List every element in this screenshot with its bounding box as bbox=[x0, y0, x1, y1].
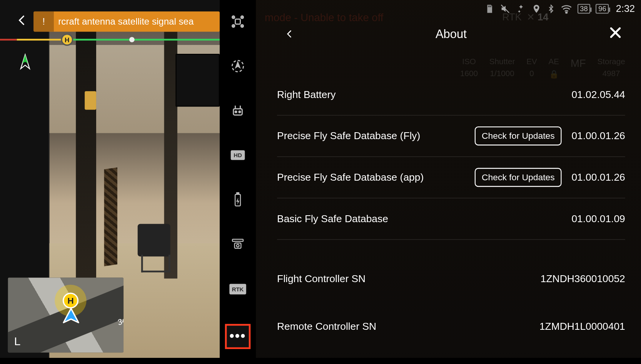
warning-banner[interactable]: ! rcraft antenna satellite signal sea bbox=[33, 12, 220, 32]
settings-sidebar: HD RTK ••• bbox=[220, 0, 256, 358]
map-corner-label: L bbox=[14, 334, 21, 348]
camera-view: ! rcraft antenna satellite signal sea H … bbox=[0, 0, 220, 358]
rtk-settings-icon[interactable]: RTK bbox=[228, 279, 248, 299]
close-button[interactable] bbox=[606, 23, 625, 42]
svg-marker-1 bbox=[22, 55, 28, 63]
svg-rect-12 bbox=[235, 19, 240, 24]
flight-mode-icon bbox=[516, 3, 526, 14]
transmission-settings-icon[interactable]: HD bbox=[228, 145, 248, 165]
about-row-flysafe-app: Precise Fly Safe Database (app) Check fo… bbox=[277, 157, 625, 198]
battery-settings-icon[interactable] bbox=[228, 190, 248, 210]
about-row-right-battery: Right Battery 01.02.05.44 bbox=[277, 74, 625, 116]
more-icon: ••• bbox=[230, 329, 246, 344]
about-row-basic-flysafe: Basic Fly Safe Database 01.00.01.09 bbox=[277, 198, 625, 240]
row-label: Precise Fly Safe Database (app) bbox=[277, 171, 474, 183]
aircraft-settings-icon[interactable] bbox=[228, 12, 248, 32]
panel-title: About bbox=[277, 27, 625, 41]
system-status-bar: 38 96 2:32 bbox=[485, 0, 641, 18]
wifi-icon bbox=[561, 4, 572, 13]
warning-message: rcraft antenna satellite signal sea bbox=[54, 16, 194, 27]
location-icon bbox=[531, 4, 541, 13]
row-label: Basic Fly Safe Database bbox=[277, 213, 571, 225]
rc-settings-icon[interactable] bbox=[228, 101, 248, 121]
row-value: 01.02.05.44 bbox=[571, 88, 625, 100]
row-value: 01.00.01.26 bbox=[571, 171, 625, 183]
svg-point-18 bbox=[235, 111, 237, 113]
mini-map[interactable]: 34th H L bbox=[8, 278, 124, 352]
about-panel: About Right Battery 01.02.05.44 Precise … bbox=[256, 22, 641, 358]
svg-point-19 bbox=[239, 111, 240, 113]
svg-point-24 bbox=[237, 244, 239, 247]
sensor-settings-icon[interactable] bbox=[228, 56, 248, 76]
gimbal-settings-icon[interactable] bbox=[228, 234, 248, 254]
row-value: 1ZMDH1L0000401 bbox=[539, 320, 625, 332]
row-label: Right Battery bbox=[277, 88, 571, 100]
general-settings-button[interactable]: ••• bbox=[225, 324, 251, 349]
row-label: Precise Fly Safe Database (Fly) bbox=[277, 130, 474, 142]
clock: 2:32 bbox=[616, 3, 635, 15]
check-updates-button[interactable]: Check for Updates bbox=[475, 126, 562, 145]
row-label: Flight Controller SN bbox=[277, 273, 541, 284]
warning-icon: ! bbox=[33, 12, 54, 32]
row-value: 01.00.01.26 bbox=[571, 130, 625, 142]
battery-distance-bar: H bbox=[0, 39, 220, 41]
about-row-rc-sn: Remote Controller SN 1ZMDH1L0000401 bbox=[277, 303, 625, 350]
svg-marker-14 bbox=[236, 62, 240, 67]
bluetooth-icon bbox=[546, 3, 555, 14]
svg-rect-23 bbox=[235, 243, 241, 248]
svg-rect-21 bbox=[237, 193, 239, 194]
battery-level-1: 38 bbox=[577, 4, 590, 13]
svg-marker-2 bbox=[63, 309, 78, 323]
row-value: 1ZNDH360010052 bbox=[541, 273, 625, 284]
attitude-indicator[interactable] bbox=[13, 52, 37, 76]
back-button[interactable] bbox=[13, 12, 31, 29]
home-point-marker: H bbox=[61, 33, 73, 46]
svg-point-7 bbox=[566, 12, 567, 13]
aircraft-position-marker bbox=[129, 37, 135, 42]
about-row-fc-sn: Flight Controller SN 1ZNDH360010052 bbox=[277, 255, 625, 303]
aircraft-heading-icon bbox=[61, 307, 81, 329]
battery-level-2: 96 bbox=[596, 4, 609, 13]
row-value: 01.00.01.09 bbox=[571, 213, 625, 225]
svg-rect-22 bbox=[232, 239, 243, 241]
sd-card-icon bbox=[485, 4, 494, 13]
mute-icon bbox=[500, 3, 511, 14]
svg-rect-3 bbox=[488, 6, 489, 7]
row-label: Remote Controller SN bbox=[277, 320, 539, 332]
about-row-flysafe-fly: Precise Fly Safe Database (Fly) Check fo… bbox=[277, 115, 625, 157]
svg-rect-4 bbox=[489, 6, 490, 7]
check-updates-button[interactable]: Check for Updates bbox=[475, 168, 562, 187]
svg-rect-5 bbox=[490, 6, 491, 7]
